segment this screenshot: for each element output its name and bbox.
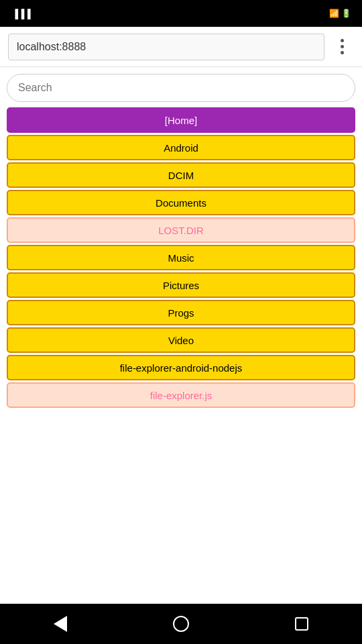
file-item-file-explorer-android-nodejs[interactable]: file-explorer-android-nodejs [7,355,355,380]
recents-icon [295,617,308,631]
back-button[interactable] [44,607,77,641]
nav-bar [0,604,362,644]
file-item-progs[interactable]: Progs [7,300,355,325]
address-input[interactable] [8,34,324,60]
signal-icons: ▐▐▐ [12,9,31,19]
status-right: 📶 🔋 [329,9,354,18]
main-content: [Home]AndroidDCIMDocumentsLOST.DIRMusicP… [0,67,362,604]
home-button[interactable] [164,607,198,641]
file-item-dcim[interactable]: DCIM [7,162,355,188]
battery-wifi-icons: 📶 🔋 [329,9,351,18]
status-left: ▐▐▐ [8,9,31,19]
more-dot-2 [341,45,344,48]
file-item-video[interactable]: Video [7,327,355,353]
search-input[interactable] [7,74,355,102]
home-icon [173,616,189,632]
back-icon [54,616,67,632]
more-options-button[interactable] [330,35,354,59]
file-list: [Home]AndroidDCIMDocumentsLOST.DIRMusicP… [7,107,355,408]
more-dot-3 [341,51,344,54]
file-item-lost-dir[interactable]: LOST.DIR [7,217,355,243]
file-item-file-explorer-js[interactable]: file-explorer.js [7,382,355,408]
file-item-documents[interactable]: Documents [7,190,355,215]
recents-button[interactable] [285,607,318,641]
status-bar: ▐▐▐ 📶 🔋 [0,0,362,27]
file-item-android[interactable]: Android [7,135,355,160]
more-dot-1 [341,39,344,42]
address-bar [0,27,362,67]
file-item-pictures[interactable]: Pictures [7,272,355,298]
search-container [7,74,355,102]
file-item-home[interactable]: [Home] [7,107,355,133]
file-item-music[interactable]: Music [7,245,355,270]
